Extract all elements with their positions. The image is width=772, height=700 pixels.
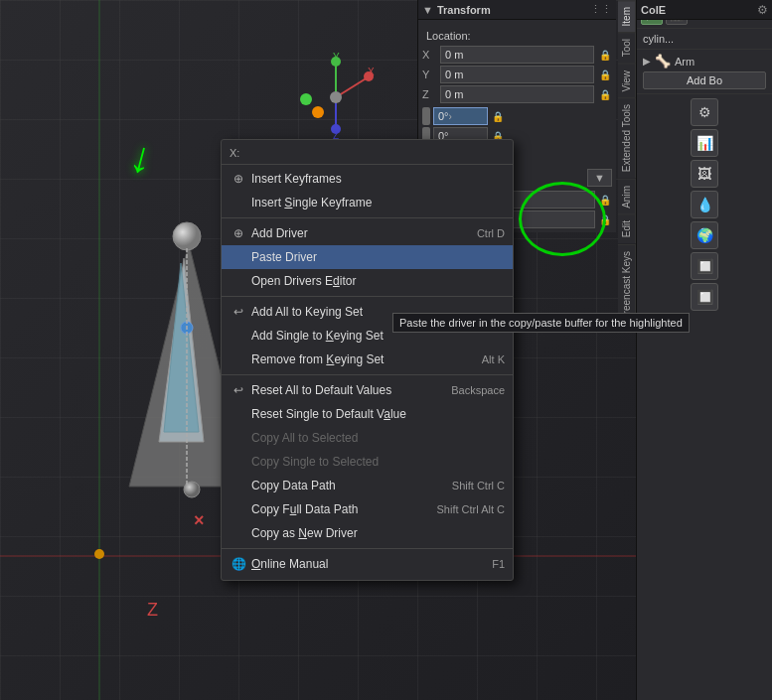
- svg-point-18: [364, 71, 374, 81]
- z-label: Z: [422, 88, 436, 100]
- z-lock-icon[interactable]: 🔒: [598, 87, 612, 101]
- scale-y-lock[interactable]: 🔒: [598, 212, 612, 226]
- svg-marker-7: [164, 263, 199, 432]
- menu-header: X:: [222, 144, 513, 165]
- vtab-item[interactable]: Item: [618, 0, 636, 32]
- rp-btn-6[interactable]: 🔲: [691, 252, 718, 280]
- reset-single-label: Reset Single to Default Value: [251, 407, 505, 421]
- rp-btn-7[interactable]: 🔲: [691, 283, 718, 311]
- menu-item-copy-data-path[interactable]: Copy Data Path Shift Ctrl C: [222, 474, 513, 497]
- copy-single-icon: [230, 453, 247, 471]
- copy-all-icon: [230, 429, 247, 447]
- vertical-tabs: Item Tool View Extended Tools Anim Edit …: [618, 0, 636, 332]
- separator-3: [222, 374, 513, 375]
- arm-icon: 🦴: [655, 54, 671, 69]
- menu-item-copy-as-new-driver[interactable]: Copy as New Driver: [222, 521, 513, 545]
- menu-item-open-drivers-editor[interactable]: Open Drivers Editor: [222, 269, 513, 293]
- cole-label: ColE: [641, 4, 666, 16]
- vtab-anim[interactable]: Anim: [618, 179, 636, 214]
- menu-item-copy-single-selected: Copy Single to Selected: [222, 450, 513, 474]
- separator-4: [222, 548, 513, 549]
- vtab-tool[interactable]: Tool: [618, 32, 636, 63]
- transform-row-z: Z 🔒: [422, 85, 612, 103]
- menu-item-reset-single[interactable]: Reset Single to Default Value: [222, 402, 513, 426]
- remove-keying-label: Remove from Keying Set: [251, 352, 474, 366]
- settings-icon[interactable]: ⚙: [757, 3, 768, 17]
- arm-label: Arm: [675, 56, 695, 68]
- menu-item-remove-keying[interactable]: Remove from Keying Set Alt K: [222, 348, 513, 371]
- svg-point-15: [331, 57, 341, 67]
- remove-keying-shortcut: Alt K: [482, 353, 505, 365]
- menu-item-add-single-keying[interactable]: Add Single to Keying Set: [222, 324, 513, 348]
- add-all-keying-label: Add All to Keying Set: [251, 305, 505, 319]
- menu-item-copy-full-data-path[interactable]: Copy Full Data Path Shift Ctrl Alt C: [222, 497, 513, 521]
- rp-btn-5[interactable]: 🌍: [691, 221, 718, 249]
- separator-2: [222, 296, 513, 297]
- y-input[interactable]: [440, 66, 594, 83]
- add-driver-shortcut: Ctrl D: [477, 227, 505, 239]
- arm-expand-icon[interactable]: ▶: [643, 56, 651, 67]
- svg-point-21: [331, 124, 341, 134]
- menu-item-reset-all[interactable]: ↩ Reset All to Default Values Backspace: [222, 378, 513, 402]
- menu-item-online-manual[interactable]: 🌐 Online Manual F1: [222, 552, 513, 576]
- reset-all-label: Reset All to Default Values: [251, 383, 443, 397]
- location-label: Location:: [422, 28, 612, 44]
- menu-item-add-driver[interactable]: ⊕ Add Driver Ctrl D: [222, 221, 513, 245]
- reset-all-icon: ↩: [230, 381, 247, 399]
- deg-lock-1[interactable]: 🔒: [491, 109, 505, 123]
- insert-single-label: Insert Single Keyframe: [251, 196, 505, 210]
- context-menu: X: ⊕ Insert Keyframes Insert Single Keyf…: [221, 139, 514, 581]
- y-label: Y: [422, 69, 436, 80]
- copy-all-label: Copy All to Selected: [251, 431, 505, 445]
- add-all-keying-icon: ↩: [230, 303, 247, 321]
- vtab-extended-tools[interactable]: Extended Tools: [618, 97, 636, 178]
- object-name: cylin...: [643, 33, 674, 45]
- deg-input-1[interactable]: 0° ›: [433, 107, 488, 125]
- insert-single-icon: [230, 194, 247, 211]
- add-bone-button[interactable]: Add Bo: [643, 71, 766, 89]
- vtab-view[interactable]: View: [618, 64, 636, 98]
- svg-marker-6: [159, 258, 204, 442]
- x-label: X: [422, 49, 436, 61]
- svg-text:X: X: [368, 67, 375, 77]
- copy-full-path-label: Copy Full Data Path: [251, 502, 429, 516]
- copy-single-label: Copy Single to Selected: [251, 455, 505, 469]
- right-panel: ColE ⚙ ▶ 🎬 ▼ cylin... ▶ 🦴 Arm Add Bo ⚙ 📊…: [636, 0, 772, 700]
- add-single-keying-icon: [230, 327, 247, 345]
- rp-btn-3[interactable]: 🖼: [691, 160, 718, 188]
- svg-point-24: [312, 106, 324, 118]
- transform-title: Transform: [437, 4, 491, 16]
- svg-line-17: [336, 77, 368, 97]
- rp-btn-2[interactable]: 📊: [691, 129, 718, 157]
- reset-all-shortcut: Backspace: [451, 384, 505, 396]
- z-input[interactable]: [440, 85, 594, 103]
- x-input[interactable]: [440, 46, 594, 64]
- copy-data-path-shortcut: Shift Ctrl C: [452, 480, 505, 491]
- arm-header: ▶ 🦴 Arm: [643, 54, 766, 69]
- menu-item-insert-single-keyframe[interactable]: Insert Single Keyframe: [222, 191, 513, 214]
- svg-text:×: ×: [194, 510, 205, 530]
- menu-item-add-all-keying[interactable]: ↩ Add All to Keying Set: [222, 300, 513, 324]
- vtab-edit[interactable]: Edit: [618, 213, 636, 243]
- copy-new-driver-icon: [230, 524, 247, 542]
- menu-item-copy-all-selected: Copy All to Selected: [222, 426, 513, 450]
- svg-point-9: [184, 482, 200, 497]
- svg-point-23: [330, 91, 342, 103]
- insert-keyframes-icon: ⊕: [230, 170, 247, 188]
- y-lock-icon[interactable]: 🔒: [598, 68, 612, 81]
- cole-header: ColE ⚙: [637, 0, 772, 20]
- scale-x-lock[interactable]: 🔒: [598, 193, 612, 207]
- copy-new-driver-label: Copy as New Driver: [251, 526, 505, 540]
- rp-btn-4[interactable]: 💧: [691, 191, 718, 218]
- x-lock-icon[interactable]: 🔒: [598, 48, 612, 62]
- svg-text:Z: Z: [147, 600, 158, 620]
- rp-btn-1[interactable]: ⚙: [691, 98, 718, 126]
- online-manual-label: Online Manual: [251, 557, 484, 571]
- transform-row-x: X 🔒: [422, 46, 612, 64]
- menu-item-paste-driver[interactable]: Paste Driver: [222, 245, 513, 269]
- online-manual-shortcut: F1: [492, 558, 505, 570]
- svg-point-3: [94, 549, 104, 559]
- expand-button[interactable]: ▼: [587, 169, 612, 187]
- vtab-screencast-keys[interactable]: Screencast Keys: [618, 244, 636, 332]
- menu-item-insert-keyframes[interactable]: ⊕ Insert Keyframes: [222, 167, 513, 191]
